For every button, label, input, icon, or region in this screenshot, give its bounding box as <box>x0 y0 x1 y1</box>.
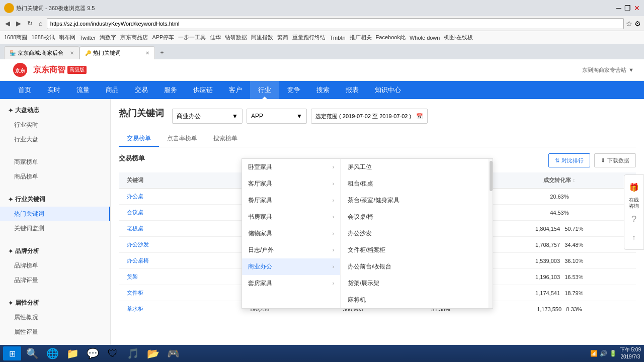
sidebar-item-product-rank[interactable]: 商品榜单 <box>0 169 110 184</box>
dropdown-item-storage[interactable]: 储物家具› <box>242 225 340 242</box>
nav-knowledge[interactable]: 知识中心 <box>367 81 409 99</box>
nav-traffic[interactable]: 流量 <box>68 81 98 99</box>
sidebar-item-industry-realtime[interactable]: 行业实时 <box>0 118 110 132</box>
bookmark-jia[interactable]: 佳华 <box>210 34 221 41</box>
nav-products[interactable]: 商品 <box>98 81 127 99</box>
dropdown-item-dining[interactable]: 餐厅家具› <box>242 192 340 209</box>
sidebar-item-attr-eval[interactable]: 属性评量 <box>0 325 110 339</box>
taskbar-app-6[interactable]: 🎵 <box>124 346 142 360</box>
sidebar-item-industry-overview[interactable]: 行业大盘 <box>0 132 110 147</box>
bookmark-taoshuzi[interactable]: 淘数字 <box>100 34 116 41</box>
new-tab-btn[interactable]: + <box>155 46 169 59</box>
download-btn[interactable]: ⬇ 下载数据 <box>594 153 636 167</box>
float-gift-btn[interactable]: 🎁 <box>626 179 642 195</box>
bookmark-jimap[interactable]: 机图·在线板 <box>444 34 473 41</box>
bookmark-labuwang[interactable]: 喇布网 <box>59 34 75 41</box>
nav-trade[interactable]: 交易 <box>127 81 156 99</box>
taskbar-app-1[interactable]: 🔍 <box>23 346 41 360</box>
close-btn[interactable]: ✕ <box>634 4 640 12</box>
dropdown-right-shelf[interactable]: 货架/展示架 <box>341 275 489 292</box>
th-conversion-rate[interactable]: 成交转化率 ↕ <box>483 172 636 189</box>
bookmark-ali-index[interactable]: 阿里指数 <box>251 34 273 41</box>
dropdown-right-mahjong[interactable]: 麻将机 <box>341 292 489 308</box>
address-bar[interactable] <box>47 18 624 29</box>
nav-supply[interactable]: 供应链 <box>185 81 221 99</box>
taskbar-app-8[interactable]: 🎮 <box>164 346 182 360</box>
category-select[interactable]: 商业办公 ▼ <box>172 109 243 124</box>
dropdown-right-meeting[interactable]: 会议桌/椅 <box>341 209 489 225</box>
nav-service[interactable]: 服务 <box>156 81 185 99</box>
nav-customer[interactable]: 客户 <box>221 81 250 99</box>
dropdown-right-tea[interactable]: 茶台/茶室/健身家具 <box>341 192 489 209</box>
keyword-link-7[interactable]: 文件柜 <box>127 290 143 296</box>
tab-hot-keywords[interactable]: 🔑 热门关键词 ✕ <box>79 46 155 59</box>
keyword-link-5[interactable]: 办公桌椅 <box>127 257 149 263</box>
taskbar-volume-icon[interactable]: 🔊 <box>600 350 607 357</box>
sidebar-item-hot-keywords[interactable]: 热门关键词 <box>0 207 110 221</box>
dropdown-right-sofa[interactable]: 办公沙发 <box>341 225 489 242</box>
nav-realtime[interactable]: 实时 <box>39 81 68 99</box>
taskbar-time[interactable]: 下午 5:09 2019/7/3 <box>620 346 641 360</box>
nav-home[interactable]: 首页 <box>10 81 39 99</box>
sidebar-item-attr-overview[interactable]: 属性概况 <box>0 310 110 325</box>
bookmark-fanjian[interactable]: 繁简 <box>277 34 288 41</box>
bookmark-facebook[interactable]: Facebook此 <box>376 34 406 41</box>
keyword-link-6[interactable]: 货架 <box>127 274 138 280</box>
tab-ctr-rank[interactable]: 点击率榜单 <box>159 131 205 147</box>
sidebar-item-merchant-rank[interactable]: 商家榜单 <box>0 155 110 169</box>
extensions-icon[interactable]: ⚙ <box>634 20 641 28</box>
platform-select[interactable]: APP ▼ <box>247 109 307 124</box>
keyword-link-1[interactable]: 办公桌 <box>127 193 143 199</box>
home-btn[interactable]: ⌂ <box>37 19 45 28</box>
sidebar-item-brand-eval[interactable]: 品牌评量 <box>0 273 110 288</box>
bookmark-tuiguang[interactable]: 推广相关 <box>350 34 372 41</box>
taskbar-app-5[interactable]: 🛡 <box>104 346 122 360</box>
nav-competition[interactable]: 竞争 <box>279 81 308 99</box>
dropdown-item-living[interactable]: 客厅家具› <box>242 175 340 192</box>
tab-trade-rank[interactable]: 交易榜单 <box>119 131 159 147</box>
bookmark-1688xiaoxun[interactable]: 1688校讯 <box>31 34 54 41</box>
date-range[interactable]: 选定范围 ( 2019-07-02 至 2019-07-02 ) 📅 <box>311 109 428 124</box>
nav-report[interactable]: 报表 <box>338 81 367 99</box>
bookmark-whole[interactable]: Whole down <box>410 35 440 41</box>
jd-user-dropdown-icon[interactable]: ▼ <box>628 67 634 73</box>
bookmark-tools[interactable]: 一步一工具 <box>178 34 206 41</box>
dropdown-item-study[interactable]: 书房家具› <box>242 209 340 225</box>
bookmark-tmbtn[interactable]: Tmbtn <box>330 35 345 41</box>
close-tab-jd-shop[interactable]: ✕ <box>70 50 74 56</box>
close-tab-hot-keywords[interactable]: ✕ <box>145 50 149 56</box>
dropdown-scrollbar[interactable] <box>489 159 493 308</box>
back-btn[interactable]: ◀ <box>3 19 12 28</box>
sidebar-item-keyword-monitor[interactable]: 关键词监测 <box>0 221 110 236</box>
taskbar-app-7[interactable]: 📂 <box>144 346 162 360</box>
dropdown-right-screen[interactable]: 屏风工位 <box>341 159 489 175</box>
minimize-btn[interactable]: ─ <box>616 4 621 12</box>
keyword-link-8[interactable]: 茶水柜 <box>127 306 143 312</box>
dropdown-item-bedroom[interactable]: 卧室家具› <box>242 159 340 175</box>
keyword-link-3[interactable]: 老板桌 <box>127 225 143 231</box>
bookmark-app[interactable]: APP停车 <box>152 34 174 41</box>
float-help-btn[interactable]: ? <box>626 211 642 227</box>
compare-btn[interactable]: ⇅ 对比排行 <box>548 153 590 167</box>
keyword-link-4[interactable]: 办公沙发 <box>127 241 149 247</box>
dropdown-right-cabinet[interactable]: 文件柜/档案柜 <box>341 242 489 258</box>
bookmark-weight[interactable]: 重量跑行终结 <box>292 34 326 41</box>
bookmark-drill[interactable]: 钻研数据 <box>225 34 247 41</box>
nav-industry[interactable]: 行业 <box>250 81 279 99</box>
dropdown-right-reception[interactable]: 办公前台/收银台 <box>341 258 489 275</box>
restore-btn[interactable]: ❐ <box>624 4 631 12</box>
tab-search-rank[interactable]: 搜索榜单 <box>205 131 246 147</box>
taskbar-network-icon[interactable]: 📶 <box>590 350 598 357</box>
bookmark-jd-shop[interactable]: 京东商品店 <box>120 34 148 41</box>
refresh-btn[interactable]: ↻ <box>25 19 35 28</box>
keyword-link-2[interactable]: 会议桌 <box>127 209 143 215</box>
start-btn[interactable]: ⊞ <box>3 346 21 360</box>
float-top-btn[interactable]: ↑ <box>626 229 642 245</box>
dropdown-item-suite[interactable]: 套房家具› <box>242 275 340 292</box>
nav-search[interactable]: 搜索 <box>308 81 338 99</box>
dropdown-item-outdoor[interactable]: 日志/户外› <box>242 242 340 258</box>
forward-btn[interactable]: ▶ <box>14 19 23 28</box>
dropdown-right-rent[interactable]: 租台/租桌 <box>341 175 489 192</box>
bookmark-twitter[interactable]: Twitter <box>79 35 96 41</box>
tab-jd-shop[interactable]: 🏪 京东商城:商家后台 ✕ <box>4 46 79 59</box>
